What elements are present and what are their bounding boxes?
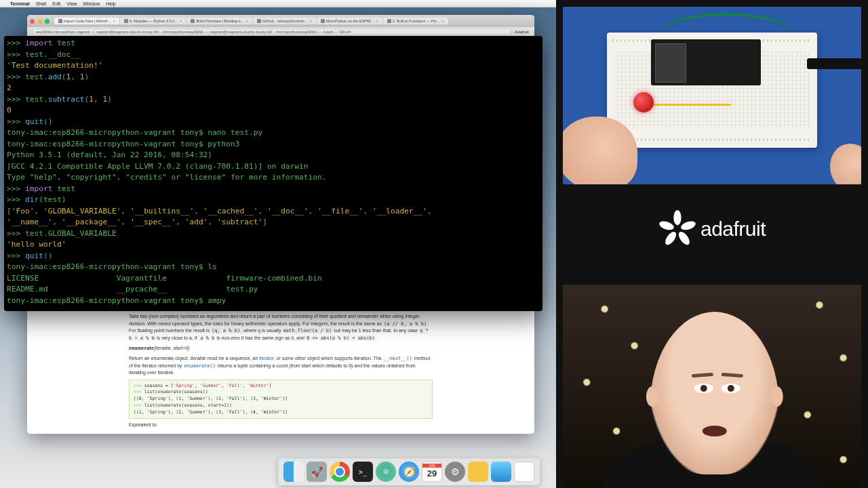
terminal-output[interactable]: >>> import test >>> test.__doc__ 'Test d… <box>4 36 542 308</box>
doc-paragraph: Take two (non complex) numbers as argume… <box>129 313 433 342</box>
code-line: >>> list(enumerate(seasons)) <box>134 389 428 396</box>
stream-overlay-panel: adafruit <box>556 0 868 488</box>
menu-shell[interactable]: Shell <box>36 1 47 6</box>
browser-tab-1[interactable]: 6. Modules — Python 3.5.2…× <box>120 18 186 24</box>
dock-mail-icon[interactable] <box>491 462 511 482</box>
dock-terminal-icon[interactable] <box>353 462 373 482</box>
ear <box>646 386 658 407</box>
window-traffic-lights[interactable] <box>30 19 50 24</box>
svg-point-5 <box>675 226 680 232</box>
adafruit-logo: adafruit <box>658 210 766 248</box>
menu-view[interactable]: View <box>66 1 77 6</box>
code-line: [(0, 'Spring'), (1, 'Summer'), (2, 'Fall… <box>134 396 428 403</box>
dock-settings-icon[interactable]: ⚙ <box>445 462 465 482</box>
code-line: >>> seasons = ['Spring', 'Summer', 'Fall… <box>134 383 428 390</box>
usb-cable <box>807 58 861 69</box>
dock-safari-icon[interactable]: 🧭 <box>399 462 419 482</box>
dock-textedit-icon[interactable] <box>514 462 534 482</box>
tab-close-icon[interactable]: × <box>245 19 248 23</box>
tab-label: MicroPython on the ESP82… <box>326 19 375 23</box>
eye <box>722 384 741 393</box>
esp8266-board <box>651 39 761 85</box>
doc-paragraph: Return an enumerate object. iterable mus… <box>129 355 433 377</box>
hardware-camera-feed <box>563 7 861 184</box>
doc-func-signature: enumerate(iterable, start=0) <box>129 344 433 352</box>
dock-finder-icon[interactable] <box>283 462 304 482</box>
maximize-icon[interactable] <box>45 19 50 24</box>
code-line: [(1, 'Spring'), (2, 'Summer'), (3, 'Fall… <box>134 409 428 416</box>
extension-badge[interactable]: Adafruit <box>515 30 529 34</box>
browser-tab-3[interactable]: GitHub - micropython/mic…× <box>253 18 316 24</box>
browser-url-bar: esp8266-micropython-vagrant — vagrant@va… <box>27 27 534 37</box>
dock-atom-icon[interactable]: ⚛ <box>376 462 396 482</box>
eyebrow <box>691 373 713 378</box>
tab-close-icon[interactable]: × <box>441 19 444 23</box>
doc-paragraph: Equivalent to: <box>129 422 433 429</box>
jumper-wire-yellow <box>643 88 731 106</box>
minimize-icon[interactable] <box>37 19 42 24</box>
svg-point-2 <box>677 230 692 247</box>
presenter-camera-feed <box>563 285 861 488</box>
tab-favicon-icon <box>191 19 195 23</box>
mac-dock: 🚀 ⚛ 🧭 JUN 29 ⚙ <box>278 458 540 485</box>
tab-label: Import Code Files | MicroP… <box>64 19 112 23</box>
calendar-day: 29 <box>427 468 437 480</box>
tab-label: 6. Modules — Python 3.5.2… <box>130 19 178 23</box>
tab-favicon-icon <box>124 19 128 23</box>
dock-chrome-icon[interactable] <box>330 462 350 482</box>
adafruit-wordmark: adafruit <box>701 218 766 241</box>
dock-launchpad-icon[interactable]: 🚀 <box>307 462 327 482</box>
tab-label: 2. Built-in Functions — Pyt… <box>393 19 440 23</box>
mouth <box>703 426 727 436</box>
red-led <box>633 92 654 113</box>
tab-label: GitHub - micropython/mic… <box>262 19 309 23</box>
close-icon[interactable] <box>30 19 35 24</box>
tab-favicon-icon <box>321 19 325 23</box>
tab-close-icon[interactable]: × <box>309 19 312 23</box>
tab-favicon-icon <box>58 19 62 23</box>
tab-close-icon[interactable]: × <box>113 19 116 23</box>
browser-tabstrip: Import Code Files | MicroP…× 6. Modules … <box>27 15 534 27</box>
dock-notes-icon[interactable] <box>468 462 488 482</box>
tab-close-icon[interactable]: × <box>180 19 182 23</box>
menu-app-name[interactable]: Terminal <box>10 1 30 6</box>
svg-point-3 <box>663 230 678 247</box>
adafruit-flower-icon <box>658 210 696 248</box>
eyebrow <box>721 373 743 378</box>
url-field[interactable]: esp8266-micropython-vagrant — vagrant@va… <box>33 28 511 35</box>
dock-calendar-icon[interactable]: JUN 29 <box>422 462 442 482</box>
doc-code-example: >>> seasons = ['Spring', 'Summer', 'Fall… <box>129 380 433 420</box>
hand-left <box>563 117 637 184</box>
svg-point-4 <box>658 220 675 232</box>
doc-content: Take two (non complex) numbers as argume… <box>27 313 534 434</box>
menu-help[interactable]: Help <box>106 1 115 6</box>
hand-right <box>830 144 861 184</box>
terminal-window[interactable]: >>> import test >>> test.__doc__ 'Test d… <box>4 36 542 311</box>
tab-favicon-icon <box>387 19 391 23</box>
menu-window[interactable]: Window <box>83 1 100 6</box>
tab-label: Build Firmware | Building a… <box>196 19 244 23</box>
svg-point-1 <box>680 220 696 232</box>
tab-close-icon[interactable]: × <box>376 19 378 23</box>
browser-tab-0[interactable]: Import Code Files | MicroP…× <box>54 18 119 24</box>
code-line: >>> list(enumerate(seasons, start=1)) <box>134 403 428 409</box>
menu-edit[interactable]: Edit <box>52 1 60 6</box>
browser-tab-2[interactable]: Build Firmware | Building a…× <box>186 18 252 24</box>
eye <box>694 384 713 393</box>
browser-tab-4[interactable]: MicroPython on the ESP82…× <box>317 18 382 24</box>
tab-favicon-icon <box>257 19 261 23</box>
browser-tab-5[interactable]: 2. Built-in Functions — Pyt…× <box>383 18 448 24</box>
svg-point-0 <box>673 210 681 225</box>
